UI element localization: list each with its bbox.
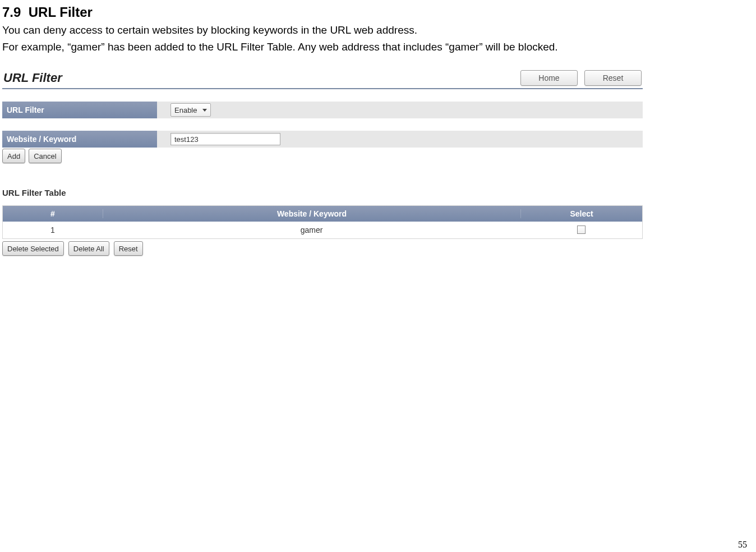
url-filter-label: URL Filter [2, 105, 157, 114]
table-row: 1 gamer [3, 222, 642, 238]
table-cell-num: 1 [3, 226, 103, 234]
section-title-text: URL Filter [29, 4, 93, 20]
table-header-select: Select [521, 209, 642, 218]
keyword-input[interactable]: test123 [170, 133, 280, 145]
page-number: 55 [738, 540, 747, 550]
add-button[interactable]: Add [2, 149, 25, 163]
section-number: 7.9 [2, 4, 21, 20]
table-header-row: # Website / Keyword Select [3, 206, 642, 222]
url-filter-table: # Website / Keyword Select 1 gamer [2, 205, 643, 239]
filter-table-title: URL Filter Table [2, 188, 643, 197]
chevron-down-icon [202, 109, 207, 112]
panel-divider [2, 88, 643, 89]
reset-button[interactable]: Reset [584, 70, 642, 86]
select-checkbox[interactable] [577, 226, 586, 234]
cancel-button[interactable]: Cancel [29, 149, 61, 163]
url-filter-select-value: Enable [174, 106, 197, 114]
section-heading: 7.9 URL Filter [2, 4, 754, 20]
table-header-num: # [3, 209, 103, 218]
panel-title: URL Filter [3, 71, 62, 85]
table-cell-keyword: gamer [103, 226, 520, 234]
delete-selected-button[interactable]: Delete Selected [2, 241, 64, 256]
keyword-label: Website / Keyword [2, 135, 157, 144]
table-reset-button[interactable]: Reset [114, 241, 143, 256]
paragraph-2: For example, “gamer” has been added to t… [2, 39, 754, 55]
keyword-row: Website / Keyword test123 [2, 131, 643, 148]
url-filter-select[interactable]: Enable [170, 103, 211, 117]
table-header-keyword: Website / Keyword [103, 209, 521, 218]
delete-all-button[interactable]: Delete All [68, 241, 109, 256]
url-filter-row: URL Filter Enable [2, 102, 643, 118]
paragraph-1: You can deny access to certain websites … [2, 22, 754, 38]
url-filter-panel: URL Filter Home Reset URL Filter Enable … [2, 70, 643, 256]
keyword-input-value: test123 [174, 135, 199, 144]
home-button[interactable]: Home [520, 70, 578, 86]
table-cell-select [520, 224, 642, 236]
